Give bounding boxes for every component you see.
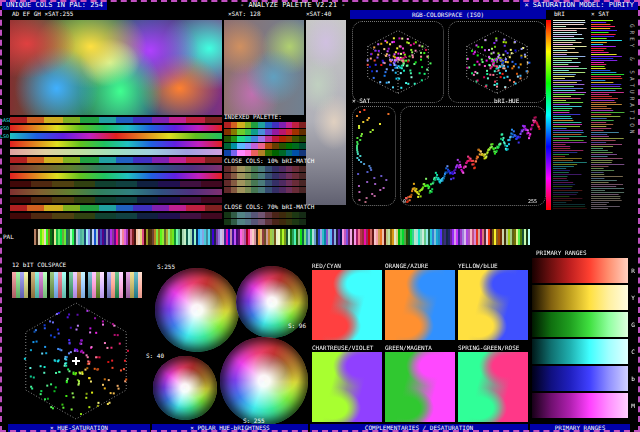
comp-tile-chartreuse-violet	[312, 352, 382, 422]
comp-label-springgreen-rose: SPRING-GREEN/ROSE	[458, 344, 519, 352]
primary-range-green	[532, 312, 628, 337]
palette-strip	[10, 149, 222, 155]
bri-hue-tick-zero: 0	[403, 197, 406, 205]
comp-tile-green-magenta	[385, 352, 455, 422]
xsat-scatter-plot	[352, 106, 396, 206]
close-row	[224, 180, 306, 186]
primary-range-magenta	[532, 393, 628, 418]
app-title: - ANALYZE PALETTE V2.21 -	[240, 0, 345, 10]
bri-hue-scatter-plot	[400, 106, 546, 206]
sorted-palette-strips	[10, 117, 222, 221]
colspace-tile	[12, 272, 28, 298]
rgb-colorspace-header: RGB-COLORSPACE (ISO)	[350, 10, 546, 19]
indexed-row	[224, 150, 306, 156]
close-row	[224, 166, 306, 172]
comp-label-green-magenta: GREEN/MAGENTA	[385, 344, 432, 352]
bri-histogram-label: bRI	[554, 10, 565, 18]
comp-label-chartreuse-violet: CHARTREUSE/VIOLET	[312, 344, 373, 352]
primary-range-letters: R Y G C b M	[629, 258, 637, 420]
full-palette-strip	[34, 229, 530, 245]
colspace-tile	[88, 272, 104, 298]
hue-sat-field-255	[10, 20, 222, 115]
indexed-palette-rows	[224, 122, 306, 157]
unique-cols-count: UNIQUE COLS IN PAL: 254	[2, 0, 107, 10]
range-letter-b: b	[629, 366, 637, 393]
close-row	[224, 219, 306, 225]
wheel-label-s255-top: S:255	[157, 263, 175, 271]
bri-histogram	[553, 20, 587, 210]
indexed-row	[224, 129, 306, 135]
saturation-model-label: × SATURATION MODEL: PURITY	[520, 0, 638, 10]
sort-order-labels: bASE SSO LSO	[0, 116, 10, 140]
rgb-iso-canvas-1	[353, 22, 443, 102]
comp-tile-springgreen-rose	[458, 352, 528, 422]
palette-strip	[10, 117, 222, 123]
palette-strip	[10, 165, 222, 171]
footer-complementaries: COMPLEMENTARIES / DESATURATION	[310, 424, 528, 432]
close-row	[224, 173, 306, 179]
colspace-tile	[107, 272, 123, 298]
range-letter-m: M	[629, 393, 637, 420]
sort-label-lso: LSO	[0, 132, 10, 140]
comp-label-yellow-blue: YELLOW/bLUE	[458, 262, 498, 270]
primary-range-cyan	[532, 339, 628, 364]
primary-range-blue	[532, 366, 628, 391]
sat128-panel-label: ×SAT: 128	[228, 10, 261, 18]
polar-wheel-s40	[153, 356, 217, 420]
comp-label-orange-azure: ORANGE/AZURE	[385, 262, 428, 270]
pal-strip-label: PAL	[3, 233, 14, 241]
palette-strip	[10, 125, 222, 131]
primary-ranges-panel	[532, 258, 628, 420]
palette-strip	[10, 197, 222, 203]
range-letter-y: Y	[629, 285, 637, 312]
rgb-iso-plot-2	[448, 21, 546, 103]
sat255-panel-label: AD EF GH ×SAT:255	[12, 10, 73, 18]
close-cols-10-label: CLOSE COLS: 10% bRI-MATCH	[224, 157, 314, 165]
bri-hue-tick-max: 255	[528, 197, 537, 205]
app-frame: UNIQUE COLS IN PAL: 254 - ANALYZE PALETT…	[0, 0, 640, 432]
bri-hue-scatter-canvas	[401, 107, 545, 205]
xsat-scatter-canvas	[353, 107, 395, 205]
indexed-row	[224, 143, 306, 149]
wheel-label-s96: S: 96	[288, 322, 306, 330]
palette-strip	[10, 189, 222, 195]
palette-strip	[10, 173, 222, 179]
indexed-row	[224, 122, 306, 128]
close-cols-70-rows	[224, 212, 306, 226]
range-letter-c: C	[629, 339, 637, 366]
sat40-panel-label: ×SAT:40	[306, 10, 331, 18]
colspace-tile	[69, 272, 85, 298]
close-row	[224, 212, 306, 218]
palette-strip	[10, 213, 222, 219]
footer-hue-saturation: × HUE-SATURATION	[8, 424, 150, 432]
colspace-title: 12 bIT COLSPACE	[12, 261, 66, 269]
palette-strip	[10, 205, 222, 211]
palette-strip	[10, 157, 222, 163]
rgb-iso-plot-1	[352, 21, 444, 103]
comp-label-red-cyan: RED/CYAN	[312, 262, 341, 270]
polar-wheel-s255-bottom	[220, 337, 308, 425]
primary-ranges-title: PRIMARY RANGES	[536, 249, 587, 257]
footer-polar-hue-brightness: × POLAR HUE-bRIGHTNESS	[152, 424, 308, 432]
xsat-scatter-label: × SAT	[352, 97, 370, 105]
colspace-tile	[50, 272, 66, 298]
close-cols-10-rows	[224, 166, 306, 194]
hue-scale-strip	[546, 20, 551, 210]
colspace-tile	[126, 272, 142, 298]
range-letter-r: R	[629, 258, 637, 285]
header-bar: UNIQUE COLS IN PAL: 254 - ANALYZE PALETT…	[0, 0, 640, 10]
indexed-palette-title: INDEXED PALETTE:	[224, 113, 282, 121]
xsat-histogram	[591, 20, 625, 210]
close-row	[224, 187, 306, 193]
range-letter-g: G	[629, 312, 637, 339]
polar-wheel-s255-top	[155, 268, 239, 352]
grey-saturation-vertical-label: GREY & SATURATION	[629, 24, 636, 136]
footer-primary-ranges: PRIMARY RANGES	[530, 424, 630, 432]
xsat-histogram-label: × SAT	[591, 10, 609, 18]
hue-sat-field-128	[224, 20, 304, 115]
rgb-iso-canvas-2	[449, 22, 545, 102]
hue-saturation-polar-plot	[8, 300, 144, 422]
comp-tile-red-cyan	[312, 270, 382, 340]
primary-range-yellow	[532, 285, 628, 310]
wheel-label-s40: S: 40	[146, 352, 164, 360]
